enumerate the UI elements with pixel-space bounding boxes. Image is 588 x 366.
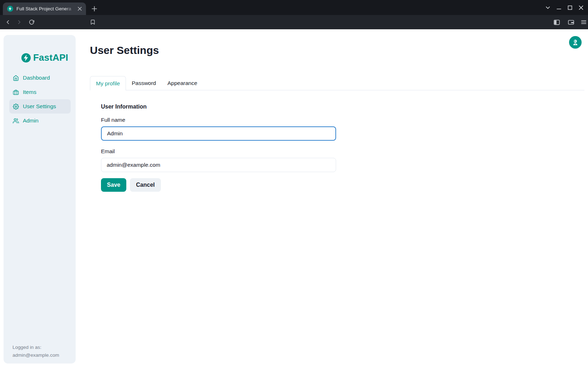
tab-password[interactable]: Password: [126, 76, 162, 90]
reload-icon[interactable]: [26, 17, 36, 27]
sidebar-item-dashboard[interactable]: Dashboard: [9, 71, 71, 85]
app-page: FastAPI Dashboard Items User Settings: [0, 29, 588, 366]
tab-appearance[interactable]: Appearance: [162, 76, 203, 90]
full-name-label: Full name: [101, 117, 125, 123]
window-minimize-button[interactable]: [553, 2, 564, 13]
fastapi-logo-icon: [21, 53, 31, 62]
menu-icon[interactable]: [579, 17, 588, 27]
logged-in-label: Logged in as:: [12, 344, 59, 351]
tab-title: Full Stack Project Genera: [16, 6, 76, 11]
sidebar-panel-icon[interactable]: [552, 17, 562, 27]
sidebar-item-label: Items: [23, 89, 36, 95]
users-icon: [13, 118, 19, 124]
sidebar-item-user-settings[interactable]: User Settings: [9, 99, 71, 114]
briefcase-icon: [13, 89, 19, 95]
full-name-input[interactable]: [101, 126, 336, 141]
sidebar-item-admin[interactable]: Admin: [9, 114, 71, 128]
tab-search-chevron-icon[interactable]: [542, 2, 553, 13]
user-menu-button[interactable]: [569, 36, 582, 49]
browser-tab-strip: Full Stack Project Genera: [0, 0, 588, 15]
sidebar-item-items[interactable]: Items: [9, 85, 71, 99]
user-astronaut-icon: [572, 39, 579, 46]
home-icon: [13, 75, 19, 81]
sidebar-item-label: Admin: [23, 117, 39, 124]
window-close-button[interactable]: [576, 2, 587, 13]
bookmark-icon[interactable]: [88, 17, 98, 27]
section-title: User Information: [101, 104, 147, 110]
email-input[interactable]: [101, 158, 336, 172]
back-icon[interactable]: [3, 17, 13, 27]
settings-tabs: My profile Password Appearance: [90, 76, 584, 90]
tab-close-icon[interactable]: [76, 5, 83, 12]
forward-icon[interactable]: [14, 17, 24, 27]
new-tab-button[interactable]: [89, 4, 99, 14]
sidebar-item-label: Dashboard: [23, 75, 50, 81]
save-button[interactable]: Save: [101, 178, 126, 192]
logo-text: FastAPI: [33, 52, 68, 63]
sidebar: FastAPI Dashboard Items User Settings: [4, 35, 76, 364]
window-maximize-button[interactable]: [564, 2, 576, 13]
sidebar-item-label: User Settings: [23, 103, 56, 110]
email-label: Email: [101, 148, 115, 155]
tab-my-profile[interactable]: My profile: [90, 76, 126, 90]
browser-tab[interactable]: Full Stack Project Genera: [3, 2, 86, 15]
logged-in-email: admin@example.com: [12, 351, 59, 359]
sidebar-nav: Dashboard Items User Settings Admin: [9, 71, 71, 128]
page-title: User Settings: [90, 44, 159, 56]
cancel-button[interactable]: Cancel: [130, 178, 161, 192]
wallet-icon[interactable]: [566, 17, 576, 27]
gear-icon: [13, 104, 19, 110]
app-logo: FastAPI: [21, 52, 68, 63]
logged-in-footer: Logged in as: admin@example.com: [12, 344, 59, 359]
browser-toolbar: localhost/settings 1: [0, 15, 588, 29]
fastapi-favicon-icon: [7, 6, 13, 12]
